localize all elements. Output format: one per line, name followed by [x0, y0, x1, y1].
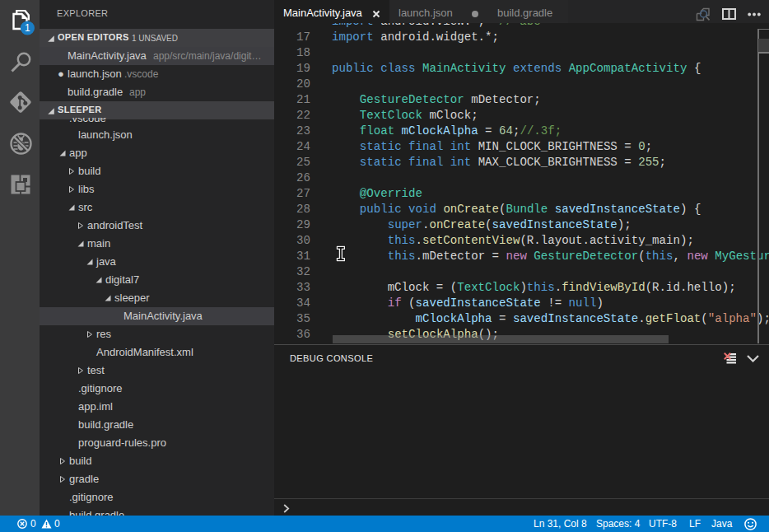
svg-text:1: 1 [25, 22, 30, 34]
